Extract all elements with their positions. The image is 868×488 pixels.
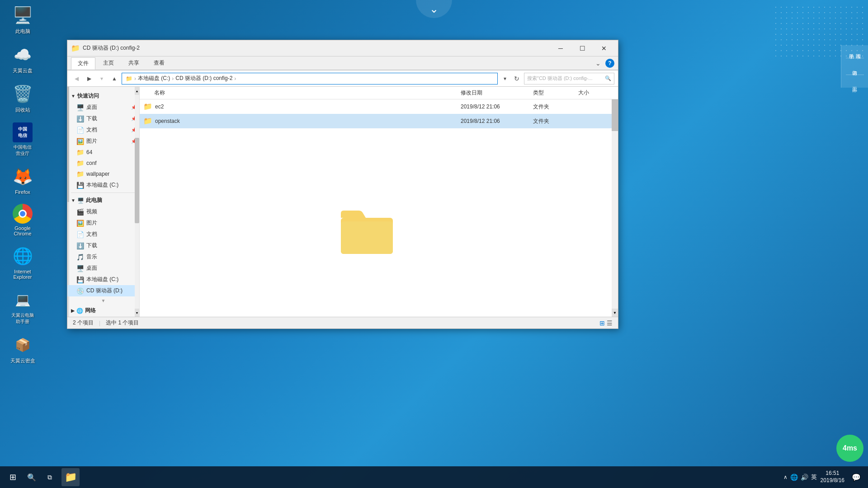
sidebar-downloads-pc-label: 下载 bbox=[86, 242, 97, 249]
this-pc-arrow: ▼ bbox=[71, 198, 75, 203]
sidebar-item-local-c[interactable]: 💾 本地磁盘 (C:) bbox=[67, 179, 139, 191]
sidebar-scroll-down-btn[interactable]: ▼ bbox=[135, 309, 139, 317]
details-view-button[interactable]: ⊞ bbox=[599, 319, 605, 327]
tray-up-arrow[interactable]: ∧ bbox=[783, 474, 788, 480]
recent-locations-button[interactable]: ▾ bbox=[96, 73, 107, 84]
notification-button[interactable]: 💬 bbox=[848, 469, 864, 485]
documents-pc-icon: 📄 bbox=[76, 231, 84, 238]
sidebar-item-pictures-pc[interactable]: 🖼️ 图片 bbox=[67, 217, 139, 229]
folder-conf-icon: 📁 bbox=[76, 160, 84, 167]
desktop-icon-chinatelecom[interactable]: 中国电信 中国电信 营业厅 bbox=[5, 122, 41, 157]
desktop-icon-firefox[interactable]: 🦊 Firefox bbox=[5, 166, 41, 195]
sidebar-scroll-up-btn[interactable]: ▲ bbox=[135, 87, 139, 95]
file-list-scrollbar[interactable]: ▲ ▼ bbox=[612, 87, 618, 317]
search-box[interactable]: 搜索"CD 驱动器 (D:) config-... 🔍 bbox=[524, 73, 614, 84]
sidebar-item-music[interactable]: 🎵 音乐 bbox=[67, 251, 139, 263]
sidebar-item-videos[interactable]: 🎬 视频 bbox=[67, 206, 139, 217]
desktop-icon-tianyicloud[interactable]: ☁️ 天翼云盘 bbox=[5, 44, 41, 74]
start-button[interactable]: ⊞ bbox=[4, 468, 22, 486]
taskbar-search-button[interactable]: 🔍 bbox=[24, 469, 40, 485]
sidebar-item-desktop[interactable]: 🖥️ 桌面 📌 bbox=[67, 102, 139, 113]
taskbar-datetime[interactable]: 16:51 2019/8/16 bbox=[821, 470, 844, 484]
file-ec2-name: ec2 bbox=[155, 103, 461, 110]
top-chevron[interactable]: ⌄ bbox=[416, 0, 452, 18]
desktop-icon-tianyi-assistant[interactable]: 💻 天翼云电脑助手册 bbox=[5, 289, 41, 325]
sidebar-item-documents[interactable]: 📄 文档 📌 bbox=[67, 124, 139, 136]
tab-file[interactable]: 文件 bbox=[71, 57, 95, 70]
desktop-icon-chrome[interactable]: GoogleChrome bbox=[5, 204, 41, 236]
list-view-button[interactable]: ☰ bbox=[607, 319, 613, 327]
col-header-size[interactable]: 大小 bbox=[578, 89, 614, 97]
address-dropdown-button[interactable]: ▾ bbox=[500, 73, 510, 84]
file-ec2-date: 2019/8/12 21:06 bbox=[461, 103, 533, 110]
volume-tray-icon[interactable]: 🔊 bbox=[801, 474, 808, 481]
address-path-display[interactable]: 📁 › 本地磁盘 (C:) › CD 驱动器 (D:) config-2 › bbox=[122, 73, 498, 84]
view-icons: ⊞ ☰ bbox=[599, 319, 613, 327]
tianyicloud-icon: ☁️ bbox=[12, 44, 33, 66]
sidebar-item-pictures[interactable]: 🖼️ 图片 📌 bbox=[67, 136, 139, 147]
sidebar-download-label: 下载 bbox=[86, 115, 97, 122]
sidebar-item-conf[interactable]: 📁 conf bbox=[67, 158, 139, 169]
forward-button[interactable]: ▶ bbox=[84, 73, 94, 84]
desktop-icon-ie[interactable]: 🌐 InternetExplorer bbox=[5, 245, 41, 280]
sidebar-item-download[interactable]: ⬇️ 下载 📌 bbox=[67, 113, 139, 124]
systray: ∧ 🌐 🔊 英 bbox=[783, 473, 817, 481]
this-pc-header[interactable]: ▼ 🖥️ 此电脑 bbox=[67, 195, 139, 206]
folder-preview bbox=[339, 204, 397, 258]
titlebar: 📁 CD 驱动器 (D:) config-2 ─ ☐ ✕ bbox=[67, 40, 618, 56]
close-button[interactable]: ✕ bbox=[594, 42, 614, 55]
desktop-icon-tianyi-encrypt[interactable]: 📦 天翼云密盒 bbox=[5, 334, 41, 364]
file-row-openstack[interactable]: 📁 openstack 2019/8/12 21:06 文件夹 bbox=[140, 114, 618, 128]
lang-indicator[interactable]: 英 bbox=[811, 473, 817, 481]
restore-button[interactable]: ☐ bbox=[572, 42, 593, 55]
task-view-button[interactable]: ⧉ bbox=[42, 469, 58, 485]
scroll-down-icon: ▼ bbox=[101, 298, 106, 303]
ribbon-collapse-button[interactable]: ⌄ bbox=[593, 58, 604, 69]
sidebar-item-64[interactable]: 📁 64 bbox=[67, 147, 139, 158]
desktop-icon-thispc[interactable]: 🖥️ 此电脑 bbox=[5, 5, 41, 35]
file-openstack-date: 2019/8/12 21:06 bbox=[461, 118, 533, 124]
download-folder-icon: ⬇️ bbox=[76, 115, 84, 122]
status-separator: | bbox=[99, 320, 100, 326]
sidebar-scroll-thumb[interactable] bbox=[135, 138, 139, 223]
col-header-date[interactable]: 修改日期 bbox=[461, 89, 533, 97]
sidebar-item-wallpaper[interactable]: 📁 wallpaper bbox=[67, 169, 139, 179]
quick-access-header[interactable]: ▼ 快速访问 bbox=[67, 90, 139, 102]
col-header-name[interactable]: 名称 bbox=[143, 89, 461, 97]
sidebar-scrollbar[interactable]: ▲ ▼ bbox=[135, 87, 139, 317]
ribbon: 文件 主页 共享 查看 ⌄ ? bbox=[67, 56, 618, 70]
sidebar-item-cd-d[interactable]: 💿 CD 驱动器 (D:) bbox=[67, 285, 139, 296]
refresh-button[interactable]: ↻ bbox=[511, 73, 522, 84]
path-cd-drive: CD 驱动器 (D:) config-2 bbox=[175, 75, 232, 82]
taskbar-right: ∧ 🌐 🔊 英 16:51 2019/8/16 💬 bbox=[783, 469, 864, 485]
tab-share[interactable]: 共享 bbox=[122, 57, 146, 69]
scroll-thumb[interactable] bbox=[612, 95, 618, 131]
ping-indicator: 4ms bbox=[836, 435, 863, 462]
sidebar-item-downloads-pc[interactable]: ⬇️ 下载 bbox=[67, 240, 139, 251]
scroll-down-arrow[interactable]: ▼ bbox=[612, 309, 618, 317]
sidebar-local-c-label: 本地磁盘 (C:) bbox=[86, 181, 118, 189]
file-explorer-window: 📁 CD 驱动器 (D:) config-2 ─ ☐ ✕ 文件 主页 共享 查看… bbox=[67, 40, 618, 329]
taskbar-file-explorer[interactable]: 📁 bbox=[61, 468, 80, 486]
desktop-icon-list: 🖥️ 此电脑 ☁️ 天翼云盘 🗑️ 回收站 中国电信 中国电信 营业厅 🦊 Fi… bbox=[5, 5, 41, 364]
network-arrow: ▶ bbox=[71, 308, 75, 313]
minimize-button[interactable]: ─ bbox=[550, 42, 571, 55]
address-bar: ◀ ▶ ▾ ▲ 📁 › 本地磁盘 (C:) › CD 驱动器 (D:) conf… bbox=[67, 70, 618, 87]
sidebar-scroll-down[interactable]: ▼ bbox=[67, 296, 139, 305]
path-this-pc: 📁 bbox=[126, 75, 132, 82]
content-area: ▼ 快速访问 🖥️ 桌面 📌 ⬇️ 下载 📌 📄 文档 📌 bbox=[67, 87, 618, 317]
column-header-row: 名称 修改日期 类型 大小 bbox=[140, 87, 618, 99]
network-header[interactable]: ▶ 🌐 网络 bbox=[67, 305, 139, 316]
desktop-icon-recyclebin[interactable]: 🗑️ 回收站 bbox=[5, 83, 41, 113]
tab-view[interactable]: 查看 bbox=[147, 57, 171, 69]
up-button[interactable]: ▲ bbox=[109, 73, 120, 84]
file-row-ec2[interactable]: 📁 ec2 2019/8/12 21:06 文件夹 bbox=[140, 99, 618, 114]
col-header-type[interactable]: 类型 bbox=[533, 89, 578, 97]
sidebar-item-desktop-pc[interactable]: 🖥️ 桌面 bbox=[67, 263, 139, 274]
sidebar-item-local-c-pc[interactable]: 💾 本地磁盘 (C:) bbox=[67, 274, 139, 285]
svg-rect-1 bbox=[341, 221, 393, 254]
sidebar-item-documents-pc[interactable]: 📄 文档 bbox=[67, 229, 139, 240]
back-button[interactable]: ◀ bbox=[71, 73, 82, 84]
help-button[interactable]: ? bbox=[605, 59, 614, 68]
tab-home[interactable]: 主页 bbox=[96, 57, 121, 69]
